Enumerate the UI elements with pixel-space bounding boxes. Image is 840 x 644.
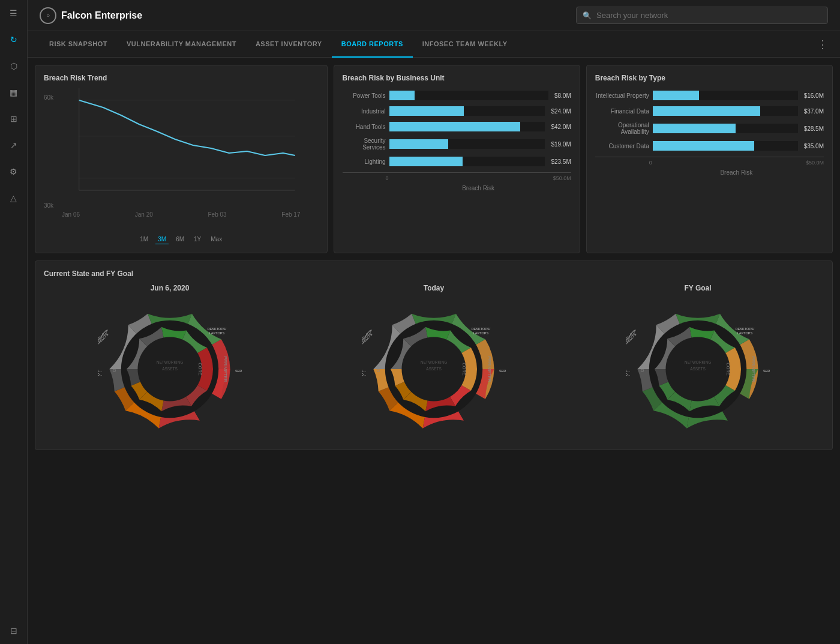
y-axis-min: 30k — [44, 202, 53, 209]
breach-type-panel: Breach Risk by Type Intellectual Propert… — [586, 65, 833, 253]
time-btn-1y[interactable]: 1Y — [191, 235, 203, 244]
x-axis-labels: Jan 06 Jan 20 Feb 03 Feb 17 — [44, 211, 319, 218]
svg-text:PERIMETER: PERIMETER — [487, 356, 492, 382]
tab-board-reports[interactable]: BOARD REPORTS — [332, 31, 413, 58]
time-btn-max[interactable]: Max — [208, 235, 224, 244]
time-btn-1m[interactable]: 1M — [137, 235, 151, 244]
bar-row-operational: Operational Availability $28.5M — [595, 122, 824, 135]
bar-label-power-tools: Power Tools — [343, 92, 386, 99]
tab-risk-snapshot[interactable]: RISK SNAPSHOT — [40, 31, 117, 58]
bar-label-hand-tools: Hand Tools — [343, 124, 386, 130]
bar-track-security-services — [389, 139, 545, 149]
breach-type-title: Breach Risk by Type — [595, 74, 824, 82]
svg-text:LAPTOPS: LAPTOPS — [473, 331, 489, 335]
bar-row-customer: Customer Data $35.0M — [595, 141, 824, 151]
bar-value-operational: $28.5M — [804, 125, 824, 132]
bar-value-security-services: $19.0M — [551, 141, 571, 148]
svg-text:SERVERS: SERVERS — [499, 369, 506, 373]
svg-text:SERVERS: SERVERS — [235, 369, 242, 373]
bar-fill-ip — [653, 91, 699, 100]
svg-text:SERVERS: SERVERS — [763, 369, 770, 373]
x-label-jan20: Jan 20 — [135, 211, 153, 218]
tab-infosec-team-weekly[interactable]: INFOSEC TEAM WEEKLY — [413, 31, 517, 58]
donut-jun-svg: NETWORKING ASSETS CORE PERIMETER OT SMAR… — [98, 297, 242, 441]
sidebar: ☰ ↻ ⬡ ▦ ⊞ ↗ ⚙ △ ⊟ — [0, 0, 28, 644]
bar-label-industrial: Industrial — [343, 108, 386, 115]
breach-type-x-axis: 0 $50.0M — [595, 157, 824, 166]
breach-business-title: Breach Risk by Business Unit — [343, 74, 571, 82]
sidebar-icon-grid[interactable]: ⊟ — [7, 624, 21, 638]
bar-row-ip: Intellectual Property $16.0M — [595, 91, 824, 100]
content-area: Breach Risk Trend 60k 30k — [28, 58, 840, 644]
donut-today: Today — [362, 284, 506, 441]
line-chart-svg — [44, 88, 319, 208]
bar-row-financial: Financial Data $37.0M — [595, 106, 824, 116]
bar-value-industrial: $24.0M — [551, 108, 571, 115]
bar-fill-customer — [653, 141, 754, 151]
bar-row-hand-tools: Hand Tools $42.0M — [343, 122, 571, 131]
bar-track-industrial — [389, 106, 545, 116]
breach-type-x-label: Breach Risk — [649, 169, 824, 176]
donut-jun-2020: Jun 6, 2020 — [98, 284, 242, 441]
bar-track-power-tools — [389, 91, 548, 100]
bar-label-security-services: Security Services — [343, 137, 386, 151]
nav-more-button[interactable]: ⋮ — [817, 38, 828, 51]
breach-trend-title: Breach Risk Trend — [44, 74, 319, 82]
bar-row-lighting: Lighting $23.5M — [343, 157, 571, 166]
current-state-title: Current State and FY Goal — [44, 269, 824, 278]
header: ○ Falcon Enterprise 🔍 — [28, 0, 840, 31]
bar-row-power-tools: Power Tools $8.0M — [343, 91, 571, 100]
bar-value-financial: $37.0M — [804, 108, 824, 115]
bar-track-operational — [653, 124, 798, 133]
svg-text:ASSETS: ASSETS — [690, 367, 706, 371]
tab-vulnerability-management[interactable]: VULNERABILITY MANAGEMENT — [117, 31, 246, 58]
donut-jun-title: Jun 6, 2020 — [151, 284, 190, 292]
bar-row-security-services: Security Services $19.0M — [343, 137, 571, 151]
bar-fill-power-tools — [389, 91, 415, 100]
time-btn-3m[interactable]: 3M — [155, 235, 169, 244]
sidebar-icon-shield[interactable]: ⬡ — [7, 59, 21, 73]
bar-fill-operational — [653, 124, 736, 133]
bar-track-financial — [653, 106, 798, 116]
bar-fill-security-services — [389, 139, 449, 149]
svg-text:NETWORKING: NETWORKING — [685, 360, 711, 364]
svg-text:CATEGO...: CATEGO... — [98, 373, 103, 376]
bar-label-customer: Customer Data — [595, 143, 649, 149]
sidebar-icon-apps[interactable]: ⊞ — [7, 112, 21, 126]
search-input[interactable] — [596, 11, 821, 20]
sidebar-icon-refresh[interactable]: ↻ — [7, 32, 21, 47]
svg-text:CORE: CORE — [725, 363, 731, 375]
sidebar-icon-trend[interactable]: ↗ — [7, 138, 21, 152]
y-axis-max: 60k — [44, 94, 53, 101]
bar-fill-industrial — [389, 106, 464, 116]
svg-text:NETWORKING: NETWORKING — [157, 360, 183, 364]
svg-text:PERIMETER: PERIMETER — [751, 356, 756, 382]
sidebar-icon-settings[interactable]: ⚙ — [7, 164, 21, 179]
search-bar[interactable]: 🔍 — [576, 7, 828, 24]
line-chart-container: 60k 30k Jan 06 — [44, 88, 319, 232]
svg-text:NETWORKING: NETWORKING — [421, 360, 447, 364]
nav-tabs: RISK SNAPSHOT VULNERABILITY MANAGEMENT A… — [28, 31, 840, 58]
x-label-jan06: Jan 06 — [62, 211, 80, 218]
svg-text:ASSETS: ASSETS — [162, 367, 178, 371]
bar-value-ip: $16.0M — [804, 92, 824, 99]
svg-text:PERIMETER: PERIMETER — [223, 356, 228, 382]
sidebar-icon-menu[interactable]: ☰ — [7, 6, 21, 20]
svg-text:LAPTOPS: LAPTOPS — [209, 331, 225, 335]
x-label-feb17: Feb 17 — [281, 211, 300, 218]
x-axis-zero-type: 0 — [649, 160, 652, 166]
svg-text:PARTIAL...: PARTIAL... — [626, 369, 631, 373]
svg-text:PARTIAL...: PARTIAL... — [98, 369, 103, 373]
sidebar-icon-alert[interactable]: △ — [7, 191, 21, 205]
app-title: Falcon Enterprise — [61, 10, 142, 21]
donut-row: Jun 6, 2020 — [44, 284, 824, 441]
time-btn-6m[interactable]: 6M — [173, 235, 187, 244]
main-area: ○ Falcon Enterprise 🔍 RISK SNAPSHOT VULN… — [28, 0, 840, 644]
breach-business-x-axis: 0 $50.0M — [343, 172, 571, 181]
bar-track-ip — [653, 91, 798, 100]
svg-text:CATEGO...: CATEGO... — [362, 373, 367, 376]
bar-fill-lighting — [389, 157, 463, 166]
sidebar-icon-dashboard[interactable]: ▦ — [7, 85, 21, 100]
tab-asset-inventory[interactable]: ASSET INVENTORY — [246, 31, 332, 58]
donut-today-title: Today — [424, 284, 444, 292]
